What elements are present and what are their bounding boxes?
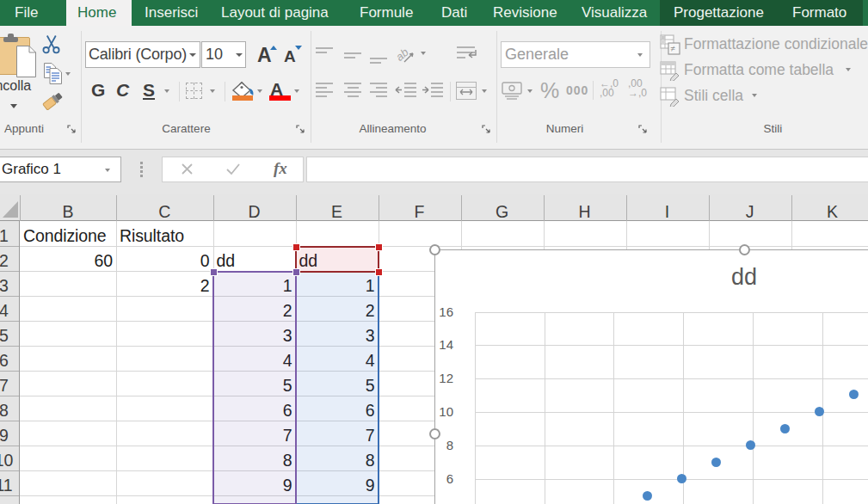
svg-text:≠: ≠ xyxy=(671,44,676,53)
svg-text:ab: ab xyxy=(396,46,411,64)
